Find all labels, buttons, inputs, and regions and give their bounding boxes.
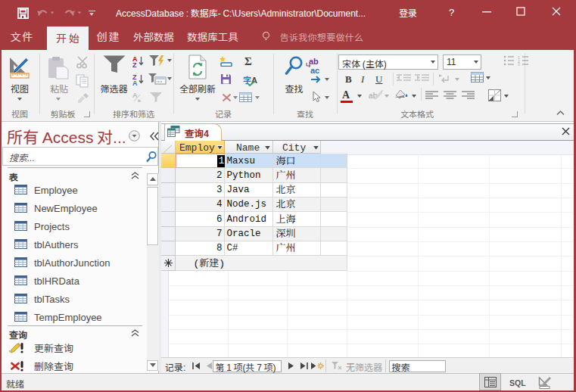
svg-text:3: 3: [518, 62, 520, 66]
svg-text:Z: Z: [132, 61, 137, 67]
svg-text:A: A: [132, 79, 138, 86]
